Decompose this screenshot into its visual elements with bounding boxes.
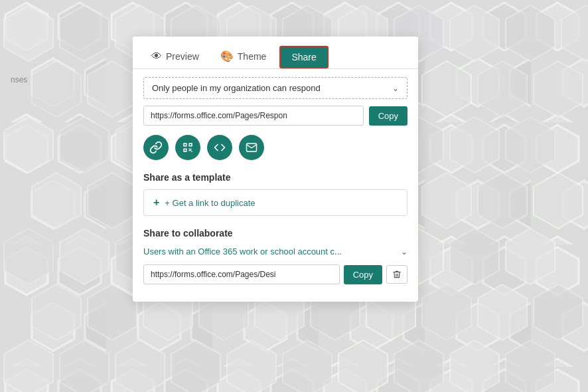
svg-rect-85: [189, 149, 190, 150]
plus-icon: +: [153, 197, 159, 209]
nses-label: nses: [11, 75, 27, 84]
collaborate-dropdown[interactable]: Users with an Office 365 work or school …: [143, 245, 407, 258]
tab-share-label: Share: [291, 52, 316, 62]
delete-collaborate-link-button[interactable]: [386, 265, 407, 284]
collaborate-title: Share to collaborate: [143, 228, 407, 239]
share-url-input[interactable]: [143, 106, 364, 126]
share-panel: 👁 Preview 🎨 Theme Share Only people in m…: [133, 37, 418, 302]
tab-bar: 👁 Preview 🎨 Theme Share: [133, 37, 418, 69]
tab-share[interactable]: Share: [279, 46, 328, 68]
email-icon-button[interactable]: [239, 135, 264, 160]
share-template-title: Share as a template: [143, 172, 407, 183]
svg-rect-83: [190, 144, 191, 146]
share-icons-row: [143, 135, 407, 160]
collaborate-section: Share to collaborate Users with an Offic…: [143, 228, 407, 284]
theme-icon: 🎨: [220, 50, 234, 62]
tab-preview-label: Preview: [166, 51, 199, 62]
tab-theme-label: Theme: [238, 51, 267, 62]
collaborate-url-row: Copy: [143, 264, 407, 284]
link-icon-button[interactable]: [143, 135, 169, 160]
copy-button[interactable]: Copy: [369, 106, 407, 126]
get-link-label: + Get a link to duplicate: [165, 198, 255, 208]
svg-rect-87: [189, 150, 191, 151]
preview-icon: 👁: [151, 50, 162, 62]
collaborate-copy-button[interactable]: Copy: [344, 265, 382, 284]
qr-icon-button[interactable]: [175, 135, 200, 160]
restrict-dropdown[interactable]: Only people in my organization can respo…: [143, 77, 407, 99]
svg-rect-88: [191, 151, 192, 152]
collaborate-dropdown-label: Users with an Office 365 work or school …: [143, 246, 342, 256]
collaborate-chevron-icon: ⌄: [401, 247, 407, 256]
get-link-button[interactable]: + + Get a link to duplicate: [143, 189, 407, 216]
collaborate-url-input[interactable]: [143, 264, 340, 284]
url-row: Copy: [143, 106, 407, 126]
embed-icon-button[interactable]: [207, 135, 232, 160]
svg-rect-82: [184, 144, 186, 146]
restrict-chevron-icon: ⌄: [392, 84, 399, 93]
svg-rect-84: [184, 149, 186, 151]
tab-theme[interactable]: 🎨 Theme: [212, 45, 275, 69]
tab-preview[interactable]: 👁 Preview: [143, 45, 207, 69]
card-body: Only people in my organization can respo…: [133, 77, 418, 302]
restrict-label: Only people in my organization can respo…: [152, 83, 321, 93]
